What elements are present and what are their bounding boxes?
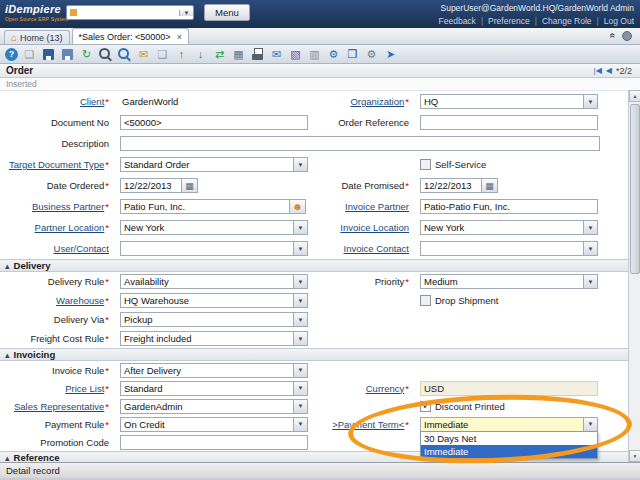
- link-feedback[interactable]: Feedback: [439, 16, 476, 26]
- invoice-contact-dropdown-icon[interactable]: [583, 242, 597, 255]
- global-search-input[interactable]: [80, 8, 179, 18]
- zoom-across-icon[interactable]: [117, 47, 132, 62]
- freight-cost-rule-dropdown-icon[interactable]: [293, 332, 307, 345]
- target-document-type-select[interactable]: Standard Order: [120, 157, 308, 172]
- warehouse-label[interactable]: Warehouse: [56, 295, 104, 306]
- user-contact-dropdown-icon[interactable]: [293, 242, 307, 255]
- section-header-delivery[interactable]: Delivery: [0, 259, 628, 272]
- payment-term-dropdown-icon[interactable]: [583, 418, 597, 431]
- link-preference[interactable]: Preference: [488, 16, 530, 26]
- scroll-down-icon[interactable]: [629, 450, 640, 462]
- partner-location-select[interactable]: New York: [120, 220, 308, 235]
- payment-term-select[interactable]: Immediate: [420, 417, 598, 432]
- product-info-icon[interactable]: ❒: [345, 47, 360, 62]
- archive-document-icon[interactable]: ▥: [307, 47, 322, 62]
- send-mail-icon[interactable]: ✉: [269, 47, 284, 62]
- target-document-type-label[interactable]: Target Document Type: [9, 159, 104, 170]
- payment-term-option-immediate[interactable]: Immediate: [421, 445, 597, 458]
- organization-select[interactable]: HQ: [420, 94, 598, 109]
- priority-dropdown-icon[interactable]: [583, 275, 597, 288]
- requery-icon[interactable]: ↻: [79, 47, 94, 62]
- print-icon[interactable]: [250, 47, 265, 62]
- section-header-invoicing[interactable]: Invoicing: [0, 348, 628, 361]
- description-input[interactable]: [120, 136, 600, 151]
- delivery-rule-dropdown-icon[interactable]: [293, 275, 307, 288]
- organization-label[interactable]: Organization: [350, 96, 404, 107]
- vertical-scrollbar[interactable]: [628, 90, 640, 462]
- parent-record-icon[interactable]: ↑: [174, 47, 189, 62]
- partner-location-label[interactable]: Partner Location: [35, 222, 105, 233]
- organization-dropdown-icon[interactable]: [583, 95, 597, 108]
- calendar-icon[interactable]: [182, 178, 198, 193]
- priority-select[interactable]: Medium: [420, 274, 598, 289]
- invoice-location-label[interactable]: Invoice Location: [340, 222, 409, 233]
- tab-home-13[interactable]: Home (13): [4, 30, 70, 44]
- link-log-out[interactable]: Log Out: [604, 16, 634, 26]
- first-record-icon[interactable]: [594, 66, 602, 75]
- business-partner-input[interactable]: [120, 199, 290, 214]
- tab-sales-order-50000[interactable]: *Sales Order: <50000>: [72, 28, 189, 44]
- document-no-input[interactable]: [120, 115, 308, 130]
- scroll-up-icon[interactable]: [629, 90, 640, 102]
- invoice-partner-label[interactable]: Invoice Partner: [345, 201, 409, 212]
- global-search-dropdown-icon[interactable]: [179, 10, 193, 16]
- order-reference-input[interactable]: [420, 115, 598, 130]
- run-process-icon[interactable]: ➤: [383, 47, 398, 62]
- freight-cost-rule-select[interactable]: Freight included: [120, 331, 308, 346]
- payment-term-label[interactable]: >Payment Term<: [332, 419, 404, 430]
- find-record-icon[interactable]: [98, 47, 113, 62]
- invoice-partner-input[interactable]: [420, 199, 598, 214]
- menu-button[interactable]: Menu: [204, 4, 250, 21]
- invoice-contact-select[interactable]: [420, 241, 598, 256]
- detail-record-bar[interactable]: Detail record: [0, 462, 640, 478]
- user-contact-select[interactable]: [120, 241, 308, 256]
- report-icon[interactable]: ▧: [288, 47, 303, 62]
- sales-representative-label[interactable]: Sales Representative: [14, 401, 104, 412]
- target-document-type-dropdown-icon[interactable]: [293, 158, 307, 171]
- payment-rule-dropdown-icon[interactable]: [293, 418, 307, 431]
- self-service-checkbox[interactable]: [420, 159, 431, 170]
- chat-icon[interactable]: ❑: [155, 47, 170, 62]
- business-partner-label[interactable]: Business Partner: [32, 201, 104, 212]
- new-record-icon[interactable]: ❏: [22, 47, 37, 62]
- preference-icon[interactable]: ⚙: [364, 47, 379, 62]
- global-search-combo[interactable]: [66, 5, 194, 20]
- price-list-select[interactable]: Standard: [120, 381, 308, 396]
- invoice-rule-select[interactable]: After Delivery: [120, 363, 308, 378]
- price-list-dropdown-icon[interactable]: [293, 382, 307, 395]
- invoice-location-dropdown-icon[interactable]: [583, 221, 597, 234]
- close-tab-icon[interactable]: [177, 32, 182, 42]
- calendar-icon[interactable]: [482, 178, 498, 193]
- fullscreen-icon[interactable]: [622, 31, 632, 41]
- attachment-icon[interactable]: ✉: [136, 47, 151, 62]
- client-label[interactable]: Client: [80, 96, 104, 107]
- toggle-grid-view-icon[interactable]: ⇄: [212, 47, 227, 62]
- delivery-via-dropdown-icon[interactable]: [293, 313, 307, 326]
- price-list-label[interactable]: Price List: [65, 383, 104, 394]
- sales-representative-select[interactable]: GardenAdmin: [120, 399, 308, 414]
- link-change-role[interactable]: Change Role: [542, 16, 592, 26]
- partner-location-dropdown-icon[interactable]: [293, 221, 307, 234]
- date-ordered-input[interactable]: [120, 178, 182, 193]
- delivery-via-select[interactable]: Pickup: [120, 312, 308, 327]
- invoice-contact-label[interactable]: Invoice Contact: [344, 243, 409, 254]
- help-icon[interactable]: ?: [5, 48, 18, 61]
- previous-record-icon[interactable]: [606, 66, 612, 75]
- save-icon[interactable]: [41, 47, 56, 62]
- payment-term-option-30-days-net[interactable]: 30 Days Net: [421, 432, 597, 445]
- scrollbar-thumb[interactable]: [630, 104, 640, 274]
- business-partner-search-icon[interactable]: [290, 199, 306, 214]
- warehouse-dropdown-icon[interactable]: [293, 294, 307, 307]
- invoice-rule-dropdown-icon[interactable]: [293, 364, 307, 377]
- save-and-create-icon[interactable]: [60, 47, 75, 62]
- discount-printed-checkbox[interactable]: [420, 401, 431, 412]
- user-contact-label[interactable]: User/Contact: [54, 243, 109, 254]
- sales-representative-dropdown-icon[interactable]: [293, 400, 307, 413]
- currency-label[interactable]: Currency: [366, 383, 405, 394]
- drop-shipment-checkbox[interactable]: [420, 295, 431, 306]
- date-promised-input[interactable]: [420, 178, 482, 193]
- collapse-header-icon[interactable]: [608, 33, 619, 39]
- history-records-icon[interactable]: ▦: [231, 47, 246, 62]
- active-workflows-icon[interactable]: ⚙: [326, 47, 341, 62]
- invoice-location-select[interactable]: New York: [420, 220, 598, 235]
